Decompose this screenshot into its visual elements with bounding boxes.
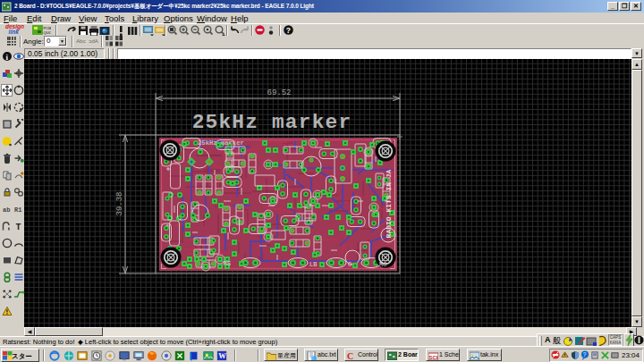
svg-text:39.38: 39.38 [115,191,124,215]
svg-text:RADIO KITS IN JA: RADIO KITS IN JA [385,169,393,238]
svg-text:SCH: SCH [429,354,439,359]
svg-text:69.52: 69.52 [267,88,291,97]
svg-text:MS: MS [224,260,231,267]
svg-text:25kHz marker: 25kHz marker [198,139,244,147]
svg-text:W: W [218,351,226,360]
svg-text:MO: MO [379,261,386,268]
svg-text:ab: ab [3,206,10,214]
svg-text:R1: R1 [14,206,21,214]
svg-text:?: ? [583,351,587,358]
svg-text:T: T [16,223,21,232]
svg-text:LB: LB [309,261,317,268]
svg-text:?: ? [286,26,291,35]
svg-text:O: O [348,261,352,268]
svg-text:QUOTE: QUOTE [44,30,52,35]
svg-text:25kHz marker: 25kHz marker [192,111,352,134]
svg-text:C: C [347,351,353,361]
